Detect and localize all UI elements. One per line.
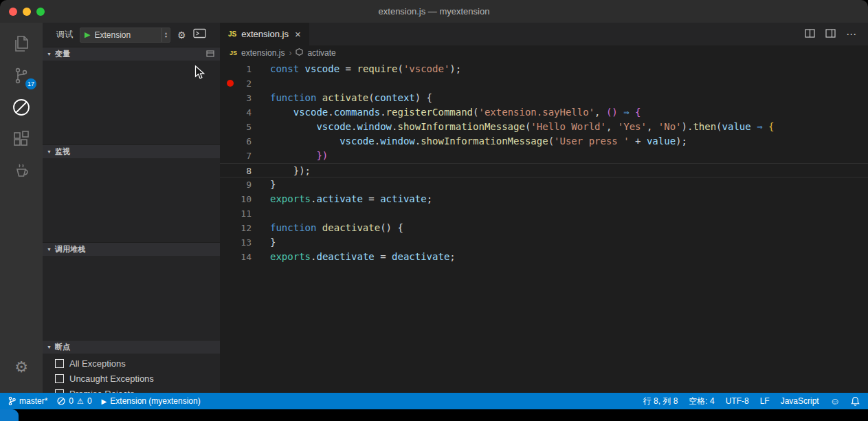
editor-actions: ⋯	[805, 23, 868, 45]
code-line[interactable]: 12function deactivate() {	[220, 221, 868, 235]
breakpoint-item[interactable]: Promise Rejects	[43, 386, 220, 393]
section-label: 断点	[55, 342, 70, 352]
code-line[interactable]: 8 });	[220, 163, 868, 177]
code-text: function activate(context) {	[252, 91, 432, 105]
code-line[interactable]: 13}	[220, 235, 868, 250]
more-actions-icon[interactable]: ⋯	[846, 28, 857, 41]
feedback-smiley-icon[interactable]: ☺	[830, 396, 840, 407]
breakpoint-item[interactable]: Uncaught Exceptions	[43, 371, 220, 386]
encoding-indicator[interactable]: UTF-8	[726, 396, 749, 406]
code-line[interactable]: 4 vscode.commands.registerCommand('exten…	[220, 105, 868, 120]
scm-badge: 17	[25, 78, 36, 89]
source-control-icon[interactable]: 17	[0, 60, 43, 91]
notifications-bell-icon[interactable]	[851, 396, 860, 406]
line-number-gutter[interactable]: 11	[220, 206, 252, 221]
line-number-gutter[interactable]: 5	[220, 120, 252, 134]
line-number-gutter[interactable]: 14	[220, 250, 252, 264]
breakpoint-item[interactable]: All Exceptions	[43, 356, 220, 371]
call-stack-panel[interactable]	[43, 256, 220, 340]
code-line[interactable]: 2	[220, 76, 868, 91]
code-line[interactable]: 6 vscode.window.showInformationMessage('…	[220, 134, 868, 149]
eol-indicator[interactable]: LF	[760, 396, 770, 406]
code-text: }	[252, 235, 276, 250]
play-icon: ▶	[102, 398, 107, 405]
breakpoint-label: Uncaught Exceptions	[69, 374, 154, 384]
code-area[interactable]: 1const vscode = require('vscode');23func…	[220, 61, 868, 393]
tab-bar: JS extension.js × ⋯	[220, 23, 868, 45]
code-text: });	[252, 164, 311, 177]
code-line[interactable]: 9}	[220, 177, 868, 192]
debug-icon[interactable]	[0, 91, 43, 123]
line-number-gutter[interactable]: 7	[220, 149, 252, 163]
line-number-gutter[interactable]: 9	[220, 177, 252, 192]
breadcrumb[interactable]: JS extension.js › activate	[220, 45, 868, 61]
section-header-variables[interactable]: ▼ 变量	[43, 47, 220, 61]
breadcrumb-file[interactable]: extension.js	[241, 48, 285, 58]
line-number-gutter[interactable]: 2	[220, 76, 252, 91]
line-number-gutter[interactable]: 8	[220, 164, 252, 177]
window-title: extension.js — myextension	[379, 6, 490, 17]
code-text: }	[252, 177, 276, 192]
breakpoint-label: All Exceptions	[69, 358, 126, 369]
minimize-window-button[interactable]	[23, 8, 31, 16]
debug-target-indicator[interactable]: ▶ Extension (myextension)	[102, 396, 201, 406]
cursor-position-indicator[interactable]: 行 8, 列 8	[643, 396, 678, 407]
code-text: vscode.window.showInformationMessage('Us…	[252, 134, 687, 149]
code-line[interactable]: 7 })	[220, 149, 868, 163]
breakpoint-checkbox[interactable]	[55, 374, 64, 383]
code-line[interactable]: 10exports.activate = activate;	[220, 192, 868, 206]
line-number-gutter[interactable]: 4	[220, 105, 252, 120]
code-text: function deactivate() {	[252, 221, 403, 235]
debug-sidebar: 调试 ▶ Extension ▴▾ ⚙ ▼ 变量	[43, 23, 220, 393]
code-text: exports.activate = activate;	[252, 192, 432, 206]
editor-layout-icon[interactable]	[825, 28, 836, 41]
watch-panel[interactable]	[43, 158, 220, 242]
close-tab-icon[interactable]: ×	[293, 28, 302, 40]
debug-console-icon[interactable]	[193, 28, 206, 41]
section-label: 变量	[55, 49, 70, 59]
breakpoint-checkbox[interactable]	[55, 359, 64, 368]
problems-indicator[interactable]: 0 ⚠ 0	[57, 396, 91, 406]
editor-group: JS extension.js × ⋯ JS ext	[220, 23, 868, 393]
breakpoint-dot[interactable]	[227, 80, 234, 87]
language-indicator[interactable]: JavaScript	[781, 396, 819, 406]
code-text: vscode.commands.registerCommand('extensi…	[252, 105, 641, 120]
settings-gear-icon[interactable]: ⚙	[0, 352, 43, 383]
debug-config-dropdown[interactable]: ▶ Extension ▴▾	[80, 28, 170, 43]
indentation-indicator[interactable]: 空格: 4	[689, 396, 714, 407]
code-line[interactable]: 14exports.deactivate = deactivate;	[220, 250, 868, 264]
line-number-gutter[interactable]: 12	[220, 221, 252, 235]
line-number-gutter[interactable]: 10	[220, 192, 252, 206]
line-number-gutter[interactable]: 3	[220, 91, 252, 105]
split-editor-icon[interactable]	[805, 28, 815, 41]
section-label: 监视	[55, 147, 70, 157]
start-debug-icon[interactable]: ▶	[85, 31, 90, 39]
explorer-icon[interactable]	[0, 28, 43, 60]
symbol-method-icon	[296, 48, 303, 58]
code-text: exports.deactivate = deactivate;	[252, 250, 456, 264]
extensions-icon[interactable]	[0, 123, 43, 155]
twisty-icon: ▼	[47, 345, 52, 349]
panel-action-icon[interactable]	[206, 50, 214, 58]
configure-gear-icon[interactable]: ⚙	[177, 30, 186, 41]
code-line[interactable]: 5 vscode.window.showInformationMessage('…	[220, 120, 868, 134]
code-line[interactable]: 3function activate(context) {	[220, 91, 868, 105]
variables-panel[interactable]	[43, 61, 220, 144]
close-window-button[interactable]	[9, 8, 17, 16]
twisty-icon: ▼	[47, 149, 52, 154]
line-number-gutter[interactable]: 1	[220, 62, 252, 76]
title-bar: extension.js — myextension	[0, 0, 868, 23]
section-header-call-stack[interactable]: ▼ 调用堆栈	[43, 242, 220, 256]
code-line[interactable]: 11	[220, 206, 868, 221]
line-number-gutter[interactable]: 13	[220, 235, 252, 250]
tab-extension-js[interactable]: JS extension.js ×	[220, 23, 309, 45]
zoom-window-button[interactable]	[36, 8, 45, 16]
line-number-gutter[interactable]: 6	[220, 134, 252, 149]
section-header-watch[interactable]: ▼ 监视	[43, 144, 220, 158]
breadcrumb-symbol[interactable]: activate	[307, 48, 335, 58]
section-header-breakpoints[interactable]: ▼ 断点	[43, 340, 220, 354]
window-controls	[9, 8, 45, 16]
teapot-extension-icon[interactable]	[0, 155, 43, 186]
code-line[interactable]: 1const vscode = require('vscode');	[220, 62, 868, 76]
git-branch-indicator[interactable]: master*	[8, 396, 47, 406]
